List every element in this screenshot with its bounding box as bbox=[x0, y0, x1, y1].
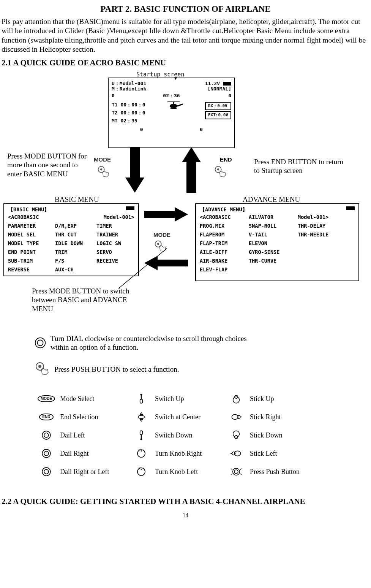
push-hand-icon bbox=[34, 361, 51, 378]
dial-instruction: Turn DIAL clockwise or counterclockwise … bbox=[51, 334, 267, 352]
adv-menu-top1: <ACROBASIC bbox=[200, 214, 243, 220]
ss-mt: MT 02：35 bbox=[112, 117, 145, 125]
svg-point-42 bbox=[42, 449, 51, 458]
mode-oval-icon: MODE bbox=[39, 393, 53, 404]
menu-item: TRIM bbox=[55, 249, 91, 255]
svg-rect-9 bbox=[130, 147, 140, 178]
menu-item: FLAP-TRIM bbox=[200, 240, 243, 247]
page-title: PART 2. BASIC FUNCTION OF AIRPLANE bbox=[2, 4, 369, 15]
antenna-icon: ▼ bbox=[174, 76, 177, 87]
menu-item: PARAMETER bbox=[8, 223, 50, 229]
menu-item bbox=[96, 266, 127, 273]
svg-marker-14 bbox=[175, 207, 188, 222]
basic-menu-top1: <ACROBASIC bbox=[8, 214, 39, 220]
svg-rect-24 bbox=[140, 399, 143, 403]
push-instruction: Press PUSH BUTTON to select a function. bbox=[54, 365, 179, 374]
battery-icon bbox=[126, 206, 134, 210]
menu-item bbox=[298, 240, 334, 247]
ss-left-zero: 0 bbox=[112, 93, 115, 99]
intro-text: Pls pay attention that the (BASIC)menu i… bbox=[2, 17, 369, 54]
legend-item: ENDEnd Selection bbox=[39, 411, 134, 423]
menu-item: THR-DELAY bbox=[298, 223, 334, 229]
dial-icon bbox=[39, 430, 53, 441]
legend-item: Stick Right bbox=[229, 411, 324, 423]
ss-t1: T1 00：00：0 bbox=[112, 101, 145, 109]
menu-item: LOGIC SW bbox=[96, 240, 127, 247]
menu-item: THR CUT bbox=[55, 231, 91, 238]
svg-point-33 bbox=[237, 415, 240, 418]
menu-item: IDLE DOWN bbox=[55, 240, 91, 247]
ss-rx: RX：0.0V bbox=[205, 102, 231, 110]
svg-point-53 bbox=[233, 468, 240, 475]
legend-item: Switch Down bbox=[134, 430, 229, 441]
menu-item: RECEIVE bbox=[96, 258, 127, 264]
legend-label: Stick Down bbox=[250, 431, 283, 440]
svg-line-3 bbox=[177, 104, 183, 106]
menu-item: MODEL TYPE bbox=[8, 240, 50, 247]
legend-item: Switch Up bbox=[134, 393, 229, 404]
svg-marker-11 bbox=[182, 147, 201, 162]
press-hand-icon bbox=[96, 165, 110, 179]
instructions-block: Turn DIAL clockwise or counterclockwise … bbox=[34, 334, 369, 378]
legend-item: Stick Up bbox=[229, 393, 324, 404]
end-oval-icon: END bbox=[39, 411, 53, 423]
menu-item: GYRO-SENSE bbox=[249, 249, 292, 255]
basic-menu-screen: 【BASIC MENU】 <ACROBASIC Model-001> PARAM… bbox=[3, 203, 139, 276]
ss-time: 02：36 bbox=[163, 93, 180, 99]
svg-point-27 bbox=[233, 397, 240, 403]
dial-icon bbox=[39, 466, 53, 477]
svg-rect-13 bbox=[144, 211, 175, 218]
basic-menu-label: BASIC MENU bbox=[55, 195, 99, 204]
basic-menu-top2: Model-001> bbox=[104, 214, 134, 220]
menu-item: FLAPEROM bbox=[200, 231, 243, 238]
advance-menu-title: 【ADVANCE MENU】 bbox=[200, 206, 248, 213]
svg-point-40 bbox=[233, 431, 240, 437]
stick-up-icon bbox=[229, 393, 243, 404]
battery-icon bbox=[346, 206, 355, 210]
legend-label: Stick Left bbox=[250, 449, 277, 458]
legend-label: Dail Left bbox=[60, 431, 85, 440]
svg-point-47 bbox=[232, 452, 235, 455]
arrow-right-icon bbox=[144, 207, 188, 222]
ss-t2: T2 00：00：0 bbox=[112, 109, 145, 117]
press-hand-icon bbox=[213, 165, 227, 179]
legend-grid: MODEMode SelectSwitch UpStick UpENDEnd S… bbox=[39, 393, 369, 477]
mid-arrows: MODE bbox=[137, 203, 190, 275]
legend-label: Switch Down bbox=[155, 431, 193, 440]
legend-label: Dail Right bbox=[60, 449, 89, 458]
svg-marker-29 bbox=[140, 412, 143, 414]
adv-menu-top3: Model-001> bbox=[298, 214, 334, 220]
menu-item bbox=[298, 266, 334, 273]
dial-icon bbox=[39, 448, 53, 459]
switch-center-icon bbox=[134, 411, 148, 423]
legend-label: End Selection bbox=[60, 413, 98, 422]
menu-item: ELEV-FLAP bbox=[200, 266, 243, 273]
section-2-1-heading: 2.1 A QUICK GUIDE OF ACRO BASIC MENU bbox=[2, 58, 369, 68]
menu-item bbox=[298, 249, 334, 255]
svg-point-30 bbox=[138, 415, 145, 418]
menu-item bbox=[249, 266, 292, 273]
ss-m: M：RadioLink bbox=[112, 86, 146, 92]
stick-right-icon bbox=[229, 411, 243, 423]
legend-label: Switch at Center bbox=[155, 413, 200, 422]
legend-label: Stick Up bbox=[250, 395, 274, 403]
svg-point-39 bbox=[141, 438, 142, 440]
press-hand-icon bbox=[153, 240, 167, 254]
svg-point-8 bbox=[217, 168, 219, 170]
advance-menu-label: ADVANCE MENU bbox=[243, 195, 300, 204]
menu-item bbox=[298, 258, 334, 264]
legend-item: Turn Knob Left bbox=[134, 466, 229, 477]
knob-icon bbox=[134, 466, 148, 477]
caption-press-mode: Press MODE BUTTON for more than one seco… bbox=[7, 152, 87, 179]
ss-normal: [NORMAL] bbox=[207, 86, 231, 92]
svg-point-49 bbox=[42, 468, 51, 476]
svg-point-43 bbox=[44, 451, 49, 456]
legend-label: Turn Knob Right bbox=[155, 449, 202, 458]
adv-menu-top2: AILVATOR bbox=[249, 214, 292, 220]
svg-point-20 bbox=[35, 338, 45, 348]
svg-point-21 bbox=[37, 340, 43, 346]
ss-bz1: 0 bbox=[140, 127, 143, 133]
svg-marker-31 bbox=[140, 420, 143, 422]
advance-menu-grid: PROG.MIXSNAP-ROLLTHR-DELAYFLAPEROMV-TAIL… bbox=[200, 223, 355, 273]
svg-point-52 bbox=[141, 469, 142, 470]
